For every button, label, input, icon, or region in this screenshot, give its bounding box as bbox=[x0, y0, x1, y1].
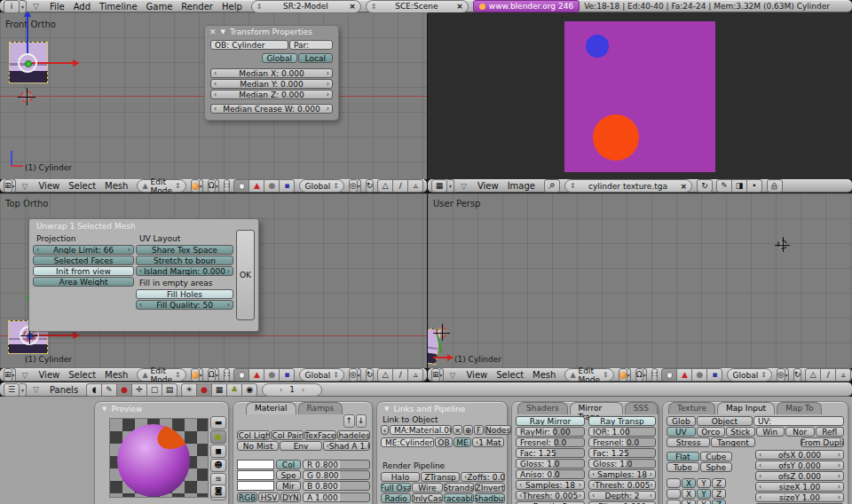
fake-user-button[interactable]: F bbox=[474, 425, 484, 435]
image-datablock-selector[interactable]: ↕ cylinder texture.tga × bbox=[564, 179, 692, 193]
viewport-front-ortho[interactable]: Front Ortho (1) Cylinder ✕ ▼ Transform P… bbox=[0, 12, 427, 179]
copy-material-icon[interactable]: ↑ bbox=[343, 414, 355, 428]
ray-mirror-toggle[interactable]: Ray Mirror bbox=[516, 416, 585, 426]
mir-swatch[interactable] bbox=[237, 481, 274, 491]
cursor-3d[interactable] bbox=[20, 91, 33, 103]
fresnel-slider[interactable]: Fresnel: 0.0 bbox=[588, 437, 656, 447]
median-crease-field[interactable]: Median Crease W: 0.000 bbox=[210, 104, 333, 114]
editor-type-dropdown-icon[interactable]: ▾ bbox=[12, 179, 16, 193]
axis-y-button[interactable]: Y bbox=[697, 489, 711, 499]
strands-button[interactable]: Strands bbox=[444, 483, 474, 492]
full-osa-toggle[interactable]: Full Osa bbox=[381, 483, 411, 492]
ior-slider[interactable]: IOR: 1.00 bbox=[588, 427, 656, 437]
fill-holes-item[interactable]: Fill Holes bbox=[136, 289, 233, 299]
editor-type-icon[interactable]: ⊞ bbox=[4, 368, 12, 382]
snap-icon[interactable]: ↻ bbox=[366, 368, 375, 382]
texture-image[interactable] bbox=[564, 21, 715, 172]
ok-button[interactable]: OK bbox=[236, 230, 255, 320]
browse-material-icon[interactable]: ‹ bbox=[381, 425, 389, 435]
material-name-field[interactable]: MA:Material.001 bbox=[390, 425, 452, 435]
rotation-center-widget[interactable] bbox=[777, 240, 787, 249]
median-x-field[interactable]: Median X: 0.000 bbox=[210, 68, 333, 78]
triangle-icon[interactable]: ▵ bbox=[407, 368, 423, 382]
object-context-icon[interactable]: ✛ bbox=[131, 383, 147, 397]
menu-item[interactable]: View bbox=[34, 370, 64, 380]
rotate-manipulator-icon[interactable]: ● bbox=[264, 179, 280, 193]
mir-channel-button[interactable]: Mir bbox=[276, 481, 301, 491]
snap-icon[interactable]: ↻ bbox=[793, 368, 802, 382]
pivot-dropdown-icon[interactable]: ▾ bbox=[216, 368, 219, 382]
menu-item[interactable]: Image bbox=[503, 181, 540, 191]
dot-draw-icon[interactable]: • bbox=[746, 179, 762, 193]
preview-cube-icon[interactable]: ◼ bbox=[210, 445, 226, 458]
spe-swatch[interactable] bbox=[237, 470, 274, 480]
translate-manipulator-icon[interactable]: ▲ bbox=[676, 368, 692, 382]
auto-name-icon[interactable]: ⊕ bbox=[463, 425, 473, 435]
radiosity-subcontext-icon[interactable]: ♣ bbox=[226, 383, 242, 397]
tab-shaders[interactable]: Shaders bbox=[517, 402, 568, 414]
nor-toggle[interactable]: Nor bbox=[785, 427, 815, 437]
global-button[interactable]: Global bbox=[262, 53, 297, 63]
tab-map-to[interactable]: Map To bbox=[777, 402, 822, 414]
shadeless-toggle[interactable]: Shadeless bbox=[337, 430, 370, 440]
subsurf-icon[interactable]: △ bbox=[377, 179, 393, 193]
halo-toggle[interactable]: Halo bbox=[381, 472, 420, 482]
init-from-view-item[interactable]: Init from view bbox=[33, 266, 134, 276]
scene-context-icon[interactable]: ▤ bbox=[162, 383, 178, 397]
menu-item[interactable]: Render bbox=[177, 2, 217, 12]
screen-delete-icon[interactable]: × bbox=[349, 2, 356, 11]
menu-item[interactable]: View bbox=[34, 181, 64, 191]
scene-selector[interactable]: ↕ SCE:Scene × bbox=[366, 0, 469, 13]
translate-manipulator-icon[interactable]: ▲ bbox=[248, 179, 264, 193]
island-margin-field[interactable]: Island Margin: 0.000 bbox=[136, 266, 233, 276]
x-manipulator-arrow[interactable] bbox=[32, 62, 73, 64]
preview-render-icon[interactable]: ◙ bbox=[210, 484, 226, 498]
col-swatch[interactable] bbox=[237, 460, 274, 469]
proportional-dropdown-icon[interactable]: ▾ bbox=[785, 368, 789, 382]
stick-toggle[interactable]: Stick bbox=[726, 427, 755, 437]
subsurf-icon[interactable]: △ bbox=[377, 368, 393, 382]
menu-item[interactable]: Mesh bbox=[100, 370, 132, 380]
collapse-menus-icon[interactable]: ▽ bbox=[20, 182, 30, 191]
x-manipulator-arrow[interactable] bbox=[34, 335, 73, 336]
world-subcontext-icon[interactable]: ◉ bbox=[241, 383, 257, 397]
ob-link-button[interactable]: OB bbox=[435, 437, 453, 447]
image-name-field[interactable]: cylinder texture.tga bbox=[588, 182, 667, 191]
ofsy-field[interactable]: ofsY 0.000 bbox=[755, 461, 844, 470]
ztransp-toggle[interactable]: ZTransp bbox=[421, 472, 460, 482]
manipulator-hand-icon[interactable] bbox=[233, 368, 249, 382]
dyn-mode-button[interactable]: DYN bbox=[280, 492, 301, 502]
sizey-field[interactable]: sizeY 1.00 bbox=[755, 492, 844, 502]
tab-material[interactable]: Material bbox=[246, 402, 296, 414]
area-weight-item[interactable]: Area Weight bbox=[33, 277, 134, 287]
texture-subcontext-icon[interactable]: ▦ bbox=[211, 383, 227, 397]
thresh-field[interactable]: Thresh: 0.005 bbox=[516, 491, 585, 500]
editor-type-dropdown-icon[interactable]: ▾ bbox=[12, 368, 16, 382]
raymir-slider[interactable]: RayMir: 0.00 bbox=[516, 427, 585, 437]
traceable-toggle[interactable]: Traceable bbox=[444, 493, 474, 503]
cube-proj-button[interactable]: Cube bbox=[700, 452, 733, 461]
draw-mode-dropdown-icon[interactable]: ▾ bbox=[200, 368, 203, 382]
screen-selector[interactable]: ↕ SR:2-Model × bbox=[251, 0, 361, 13]
decrement-icon[interactable]: ‹ bbox=[280, 386, 282, 394]
fill-quality-field[interactable]: Fill Quality: 50 bbox=[136, 300, 233, 310]
pin-icon[interactable] bbox=[544, 179, 560, 193]
sphere-proj-button[interactable]: Sphe bbox=[700, 462, 733, 472]
pivot-dropdown-icon[interactable]: ▾ bbox=[216, 179, 219, 193]
alpha-slider[interactable]: A 1.000 bbox=[303, 492, 370, 502]
lamp-subcontext-icon[interactable]: ☀ bbox=[181, 383, 197, 397]
angle-limit-field[interactable]: Angle Limit: 66 bbox=[33, 245, 134, 255]
preview-sphere-icon[interactable]: ● bbox=[210, 430, 226, 444]
sizex-field[interactable]: sizeX 1.00 bbox=[755, 482, 844, 492]
shad-alpha-field[interactable]: Shad A 1.000 bbox=[323, 441, 370, 451]
samples-field[interactable]: Samples: 18 bbox=[588, 469, 656, 479]
translate-manipulator-icon[interactable]: ▲ bbox=[248, 368, 264, 382]
panel-close-icon[interactable]: ✕ bbox=[209, 28, 217, 36]
gloss-slider[interactable]: Gloss: 1.0 bbox=[516, 459, 585, 469]
depth-field[interactable]: Depth: 2 bbox=[588, 491, 656, 500]
aniso-slider[interactable]: Aniso: 0.0 bbox=[516, 469, 585, 479]
env-toggle[interactable]: Env bbox=[280, 441, 321, 451]
median-z-field[interactable]: Median Z: 0.000 bbox=[210, 90, 333, 99]
editor-type-dropdown-icon[interactable]: ▾ bbox=[20, 383, 27, 397]
share-tex-space-item[interactable]: Share Tex Space bbox=[136, 245, 233, 255]
